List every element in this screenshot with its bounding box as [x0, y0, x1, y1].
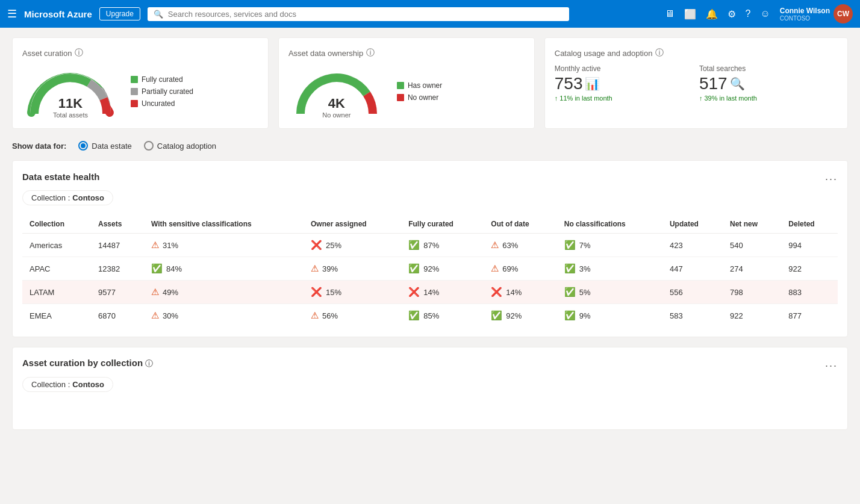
cell-noclassif-1: ✅3% [557, 257, 662, 281]
cell-curated-1: ✅92% [401, 257, 484, 281]
table-body: Americas14487⚠31%❌25%✅87%⚠63%✅7%42354099… [22, 234, 838, 328]
cell-assets-0: 14487 [91, 234, 144, 257]
cell-outofdate-3: ✅92% [484, 304, 556, 328]
ok-icon: ✅ [151, 263, 163, 274]
cell-updated-1: 447 [662, 257, 723, 281]
col-owner-assigned: Owner assigned [304, 215, 401, 234]
col-assets: Assets [91, 215, 144, 234]
collection-tag-contoso-2[interactable]: Collection : Contoso [22, 377, 113, 392]
cell-outofdate-2: ❌14% [484, 281, 556, 304]
partially-curated-dot [131, 88, 138, 95]
ok-icon: ✅ [491, 310, 502, 321]
cell-curated-2: ❌14% [401, 281, 484, 304]
table-row: Americas14487⚠31%❌25%✅87%⚠63%✅7%42354099… [22, 234, 838, 257]
avatar[interactable]: CW [834, 4, 853, 23]
cell-netnew-0: 540 [723, 234, 781, 257]
data-estate-more-button[interactable]: ... [825, 170, 838, 183]
col-collection: Collection [22, 215, 91, 234]
cell-collection-3: EMEA [22, 304, 91, 328]
asset-curation-collection-more[interactable]: ... [825, 357, 838, 370]
cell-outofdate-1: ⚠69% [484, 257, 556, 281]
cell-outofdate-0: ⚠63% [484, 234, 556, 257]
asset-ownership-title: Asset data ownership ⓘ [288, 48, 525, 58]
info-icon-collection[interactable]: ⓘ [145, 359, 153, 368]
asset-ownership-gauge-container: 4K No owner Has owner No owner [288, 64, 525, 119]
warn-icon: ⚠ [151, 310, 159, 321]
search-input[interactable] [168, 10, 563, 19]
catalog-stats-grid: Monthly active 753 📊 ↑ 11% in last month… [555, 64, 838, 102]
cell-collection-0: Americas [22, 234, 91, 257]
asset-curation-info-icon[interactable]: ⓘ [75, 48, 83, 58]
cell-updated-0: 423 [662, 234, 723, 257]
table-header-row: Collection Assets With sensitive classif… [22, 215, 838, 234]
col-net-new: Net new [723, 215, 781, 234]
warn-icon: ⚠ [151, 240, 159, 250]
ok-icon: ✅ [408, 310, 420, 321]
search-icon: 🔍 [154, 10, 163, 19]
cell-collection-2: LATAM [22, 281, 91, 304]
cell-noclassif-0: ✅7% [557, 234, 662, 257]
bottom-spacer [22, 402, 838, 420]
bell-icon[interactable]: 🔔 [706, 8, 718, 20]
data-estate-table: Collection Assets With sensitive classif… [22, 215, 838, 327]
warn-icon: ⚠ [491, 263, 499, 274]
asset-curation-gauge: 11K Total assets [22, 64, 119, 119]
asset-ownership-card: Asset data ownership ⓘ 4K No owner [278, 37, 535, 129]
ok-icon: ✅ [408, 240, 420, 250]
table-row: LATAM9577⚠49%❌15%❌14%❌14%✅5%556798883 [22, 281, 838, 304]
legend-partially-curated: Partially curated [131, 87, 193, 96]
user-info[interactable]: Connie Wilson CONTOSO CW [780, 4, 853, 23]
catalog-usage-info-icon[interactable]: ⓘ [655, 48, 664, 58]
asset-curation-collection-section: Asset curation by collection ⓘ ... Colle… [12, 347, 848, 430]
err-icon: ❌ [408, 287, 420, 297]
asset-curation-gauge-container: 11K Total assets Fully curated Partially… [22, 64, 258, 119]
warn-icon: ⚠ [151, 287, 159, 297]
asset-ownership-info-icon[interactable]: ⓘ [366, 48, 375, 58]
legend-has-owner: Has owner [397, 81, 442, 90]
feedback-icon[interactable]: ⬜ [684, 8, 696, 20]
radio-data-estate[interactable]: Data estate [78, 141, 132, 151]
warn-icon: ⚠ [491, 240, 499, 250]
data-estate-health-section: Data estate health ... Collection : Cont… [12, 160, 848, 337]
err-icon: ❌ [311, 240, 322, 250]
gauge-ownership-label: 4K No owner [322, 96, 351, 119]
radio-empty-circle [144, 141, 154, 151]
cell-updated-2: 556 [662, 281, 723, 304]
search-bar: 🔍 [148, 7, 569, 21]
cell-netnew-2: 798 [723, 281, 781, 304]
cell-owner-3: ⚠56% [304, 304, 401, 328]
cell-noclassif-3: ✅9% [557, 304, 662, 328]
bar-chart-icon: 📊 [585, 76, 600, 91]
cell-curated-3: ✅85% [401, 304, 484, 328]
total-searches-value-row: 517 🔍 [699, 74, 838, 93]
user-name: Connie Wilson [780, 7, 830, 15]
cell-sensitive-1: ✅84% [144, 257, 304, 281]
cell-deleted-1: 922 [781, 257, 838, 281]
notifications-icon[interactable]: 🖥 [665, 8, 675, 19]
cell-sensitive-0: ⚠31% [144, 234, 304, 257]
cell-assets-1: 12382 [91, 257, 144, 281]
warn-icon: ⚠ [311, 263, 319, 274]
radio-catalog-adoption[interactable]: Catalog adoption [144, 141, 216, 151]
settings-icon[interactable]: ⚙ [728, 8, 736, 20]
ok-icon: ✅ [564, 287, 576, 297]
fully-curated-dot [131, 76, 138, 83]
search-stat-icon: 🔍 [730, 76, 745, 91]
help-icon[interactable]: ? [746, 8, 751, 19]
uncurated-dot [131, 100, 138, 107]
hamburger-menu[interactable]: ☰ [7, 7, 17, 20]
col-out-of-date: Out of date [484, 215, 556, 234]
cell-noclassif-2: ✅5% [557, 281, 662, 304]
cell-netnew-3: 922 [723, 304, 781, 328]
cell-netnew-1: 274 [723, 257, 781, 281]
monthly-active-value-row: 753 📊 [555, 74, 693, 93]
col-updated: Updated [662, 215, 723, 234]
smile-icon[interactable]: ☺ [760, 8, 770, 19]
upgrade-button[interactable]: Upgrade [99, 7, 140, 20]
asset-curation-collection-header: Asset curation by collection ⓘ ... [22, 357, 838, 370]
cell-deleted-0: 994 [781, 234, 838, 257]
cell-owner-2: ❌15% [304, 281, 401, 304]
monthly-active-block: Monthly active 753 📊 ↑ 11% in last month [555, 64, 693, 102]
cell-owner-0: ❌25% [304, 234, 401, 257]
collection-tag-contoso[interactable]: Collection : Contoso [22, 190, 113, 205]
